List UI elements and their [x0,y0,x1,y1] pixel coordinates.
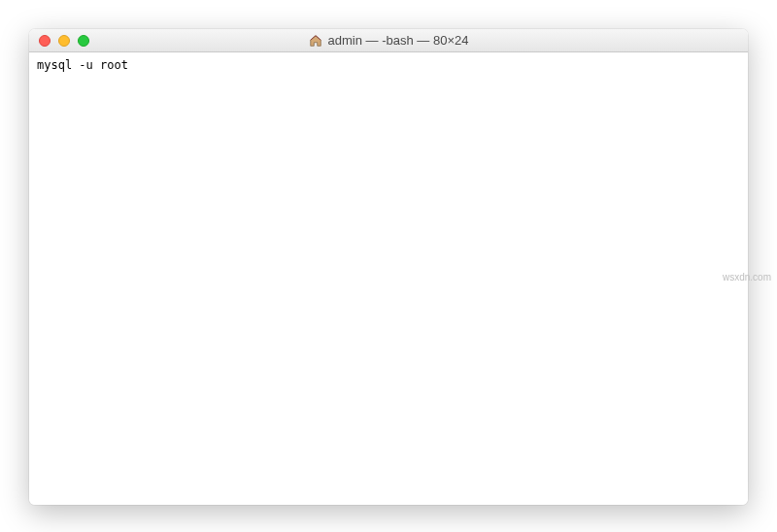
minimize-button[interactable] [58,35,70,47]
home-icon [309,34,322,48]
title-bar[interactable]: admin — -bash — 80×24 [29,29,748,52]
window-title: admin — -bash — 80×24 [328,33,469,48]
title-center: admin — -bash — 80×24 [29,33,748,48]
watermark: wsxdn.com [723,272,771,283]
terminal-body[interactable]: mysql -u root [29,52,748,505]
close-button[interactable] [39,35,51,47]
terminal-window: admin — -bash — 80×24 mysql -u root [29,29,748,505]
terminal-line: mysql -u root [37,58,740,74]
maximize-button[interactable] [78,35,89,47]
traffic-lights [29,35,89,47]
